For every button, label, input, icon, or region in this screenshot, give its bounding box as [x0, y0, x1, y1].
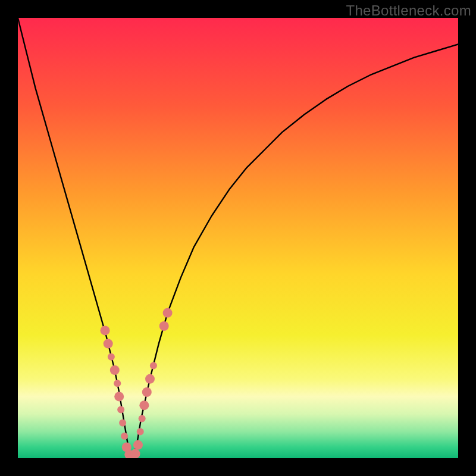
data-marker [150, 362, 157, 369]
data-marker [101, 325, 110, 335]
data-marker [114, 380, 121, 387]
data-marker [133, 440, 143, 450]
watermark-label: TheBottleneck.com [346, 2, 471, 19]
data-marker [110, 365, 120, 375]
plot-area [18, 18, 458, 458]
data-marker [121, 433, 128, 440]
data-marker [139, 415, 146, 422]
data-marker [139, 400, 149, 410]
data-marker [163, 308, 173, 318]
data-marker [145, 374, 155, 384]
gradient-background [18, 18, 458, 458]
data-marker [108, 353, 115, 361]
data-marker [142, 387, 152, 397]
data-marker [114, 392, 124, 401]
data-marker [119, 419, 126, 427]
chart-container: TheBottleneck.com [0, 0, 476, 476]
data-marker [117, 406, 124, 414]
data-marker [131, 449, 140, 458]
data-marker [104, 339, 113, 349]
data-marker [137, 428, 144, 436]
bottleneck-curve-chart [18, 18, 458, 458]
data-marker [159, 321, 169, 331]
